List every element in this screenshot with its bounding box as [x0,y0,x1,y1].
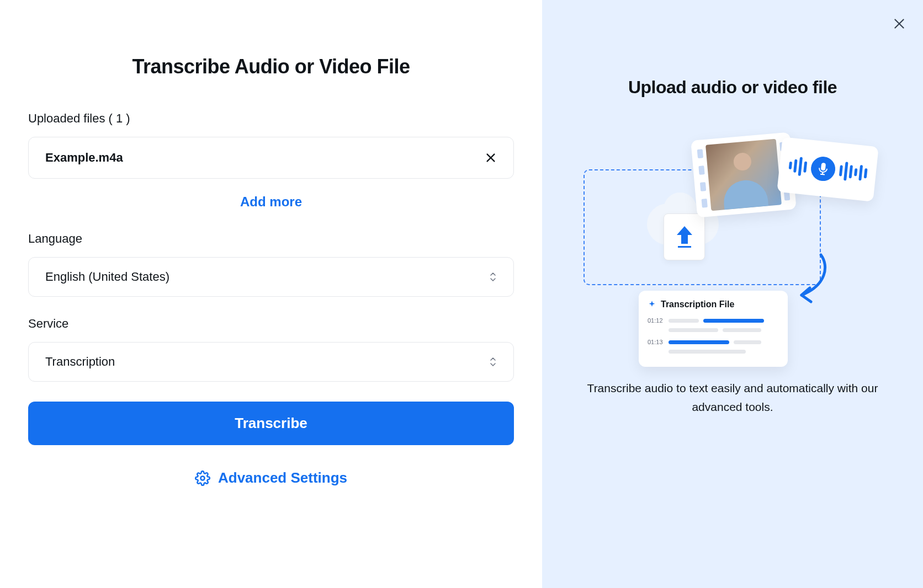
close-dialog-button[interactable] [892,17,906,33]
sparkle-icon [648,300,656,309]
timestamp: 01:12 [648,317,664,324]
person-thumbnail [705,139,782,211]
advanced-settings-label: Advanced Settings [218,469,347,487]
remove-file-button[interactable] [485,152,497,164]
svg-rect-5 [678,246,691,248]
svg-point-2 [200,476,204,480]
upload-icon-card [664,213,705,260]
timestamp: 01:13 [648,339,664,345]
audio-waveform-card [777,137,878,202]
illustration: Transcription File 01:12 01:13 [583,125,882,357]
curved-arrow-icon [788,252,832,307]
transcribe-button[interactable]: Transcribe [28,402,514,445]
add-more-link[interactable]: Add more [28,194,514,210]
advanced-settings-link[interactable]: Advanced Settings [28,469,514,487]
svg-rect-6 [820,163,825,171]
uploaded-file-name: Example.m4a [45,151,123,165]
close-icon [485,152,497,164]
transcription-preview-card: Transcription File 01:12 01:13 [639,291,788,367]
upload-arrow-icon [673,224,696,250]
info-description: Transcribe audio to text easily and auto… [572,379,893,416]
chevron-updown-icon [489,357,497,367]
service-label: Service [28,317,514,331]
language-value: English (United States) [45,270,169,284]
uploaded-files-label: Uploaded files ( 1 ) [28,111,514,126]
close-icon [892,17,906,31]
info-title: Upload audio or video file [628,77,837,98]
info-panel: Upload audio or video file [542,0,923,588]
service-select[interactable]: Transcription [28,342,514,382]
transcription-card-title: Transcription File [661,300,734,309]
microphone-icon [809,156,836,182]
uploaded-file-chip: Example.m4a [28,137,514,179]
language-label: Language [28,232,514,246]
gear-icon [195,471,210,486]
chevron-updown-icon [489,272,497,282]
svg-line-8 [820,174,825,175]
service-value: Transcription [45,355,115,369]
language-select[interactable]: English (United States) [28,257,514,297]
form-panel: Transcribe Audio or Video File Uploaded … [0,0,542,588]
page-title: Transcribe Audio or Video File [28,55,514,78]
